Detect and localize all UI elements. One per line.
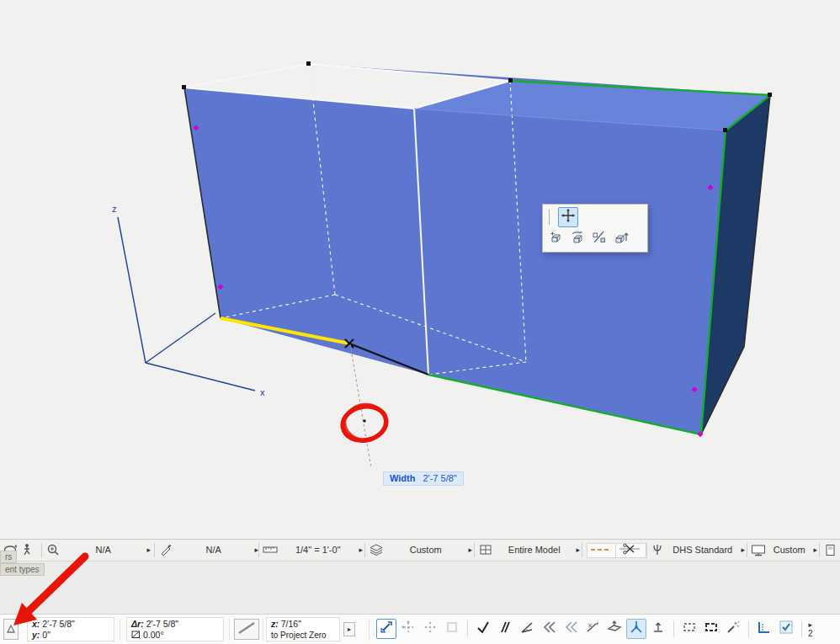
width-tooltip: Width2'-7 5/8" — [383, 471, 464, 486]
clipped-combo[interactable]: No — [822, 541, 840, 558]
xy-coordinate-box[interactable]: x:2'-7 5/8" y:0" — [27, 617, 114, 641]
document-icon — [822, 541, 839, 558]
onscreen-options-combo[interactable]: Custom ▸ — [750, 541, 817, 558]
dropdown-arrow-icon[interactable]: ▸ — [468, 546, 472, 554]
separator — [748, 620, 749, 637]
relative-coords-button[interactable] — [234, 619, 259, 640]
snap-shape-icon — [444, 620, 460, 638]
guide-lines-button[interactable] — [398, 619, 418, 639]
combo-value: Custom — [767, 545, 811, 555]
separator — [41, 543, 42, 557]
drafting-aid-button[interactable] — [376, 619, 396, 639]
multi-offset-chevrons-icon — [563, 620, 578, 638]
separator — [258, 543, 259, 557]
orange-dashes-icon — [589, 543, 611, 558]
rotate-element-button[interactable] — [568, 230, 587, 248]
drag-cube-icon — [548, 230, 563, 248]
marquee-button[interactable] — [679, 619, 699, 639]
quick-options-combo-1[interactable]: N/A ▸ — [45, 541, 151, 558]
palette-grip[interactable] — [549, 210, 551, 225]
dr-value[interactable]: 2'-7 5/8" — [146, 619, 178, 629]
z-value[interactable]: 7/16" — [281, 619, 301, 629]
x-label: x: — [32, 619, 40, 629]
separator — [154, 543, 155, 557]
parallel-constraint-button[interactable] — [495, 619, 515, 639]
angle-value[interactable]: 0.00° — [143, 630, 164, 640]
guide-leader — [350, 344, 371, 468]
scale-combo[interactable]: 1/4" = 1'-0" ▸ — [262, 541, 363, 558]
mirror-element-button[interactable] — [590, 230, 609, 248]
scene-svg: z x — [0, 0, 840, 539]
combo-value: N/A — [61, 545, 145, 555]
dropdown-arrow-icon[interactable]: ▸ — [576, 546, 580, 554]
stray-tab-2[interactable]: ent types — [0, 563, 45, 576]
overflow-arrow-icon[interactable]: ▸ — [809, 620, 813, 629]
tooltip-value: 2'-7 5/8" — [423, 473, 456, 483]
slab-box[interactable] — [182, 61, 772, 468]
perpendicular-constraint-button[interactable] — [473, 619, 493, 639]
z-label: z: — [271, 619, 279, 629]
elevate-element-button[interactable] — [612, 230, 630, 248]
toolbar-overflow[interactable]: ▸ 2 — [808, 620, 813, 638]
snap-dots-icon — [423, 620, 438, 638]
snap-points-button[interactable] — [420, 619, 440, 639]
corner-ruler-icon — [757, 620, 772, 638]
options-bar: N/A ▸ N/A ▸ 1/4" = 1'-0" ▸ Custom ▸ — [0, 540, 840, 562]
snap-arrow-icon — [585, 620, 600, 638]
pen-icon — [157, 541, 174, 558]
y-value[interactable]: 0" — [42, 630, 51, 640]
separator — [364, 543, 365, 557]
combo-value: Entire Model — [494, 545, 574, 555]
corner-ruler-button[interactable] — [754, 619, 774, 639]
special-snap-button[interactable] — [582, 619, 603, 639]
gravity-arrow-icon — [651, 620, 666, 638]
tracker-options-button[interactable] — [3, 619, 19, 640]
angle-bisector-button[interactable] — [517, 619, 537, 639]
dr-label: Δr: — [131, 619, 144, 629]
separator — [120, 619, 120, 641]
dropdown-arrow-icon[interactable]: ▸ — [741, 546, 745, 554]
right-arrow-icon: ▸ — [348, 625, 351, 633]
explore-walk-icon[interactable] — [19, 541, 35, 558]
structure-display-combo[interactable]: Entire Model ▸ — [477, 541, 580, 558]
3d-viewport[interactable]: z x — [0, 0, 840, 540]
dashed-line-swatch-button[interactable] — [587, 543, 617, 558]
separator — [467, 620, 468, 637]
editing-plane-button[interactable] — [626, 619, 646, 639]
tracker-bar: x:2'-7 5/8" y:0" Δr:2'-7 5/8" 0.00° z:7/… — [0, 614, 840, 644]
magic-wand-icon — [726, 620, 741, 638]
dropdown-arrow-icon[interactable]: ▸ — [146, 546, 151, 554]
drag-element-button[interactable] — [546, 230, 565, 248]
stray-tab-1[interactable]: rs — [0, 551, 17, 563]
confirm-check-button[interactable] — [776, 619, 796, 639]
snap-range-button[interactable] — [442, 619, 462, 639]
separator — [474, 543, 475, 557]
gravity-button[interactable] — [648, 619, 668, 639]
multiple-offset-button[interactable] — [561, 619, 581, 639]
quick-options-combo-2[interactable]: N/A ▸ — [157, 541, 258, 558]
separator — [673, 620, 674, 637]
z-coordinate-box[interactable]: z:7/16" to Project Zero — [266, 617, 340, 641]
cut-line-swatch-button[interactable] — [615, 543, 647, 558]
z-reference-expand-button[interactable]: ▸ — [343, 622, 355, 636]
magic-wand-button[interactable] — [723, 619, 743, 639]
offset-button[interactable] — [539, 619, 559, 639]
layer-combination-combo[interactable]: Custom ▸ — [368, 541, 472, 558]
dropdown-arrow-icon[interactable]: ▸ — [813, 546, 817, 554]
pen-set-combo[interactable]: DHS Standard ▸ — [649, 541, 745, 558]
x-value[interactable]: 2'-7 5/8" — [42, 619, 74, 629]
combo-value: DHS Standard — [666, 545, 739, 555]
pet-palette[interactable] — [542, 204, 648, 253]
editing-plane-axes-icon — [629, 620, 644, 638]
dropdown-arrow-icon[interactable]: ▸ — [359, 546, 363, 554]
polar-coordinate-box[interactable]: Δr:2'-7 5/8" 0.00° — [126, 617, 224, 641]
combo-value: Custom — [385, 545, 466, 555]
align-plane-button[interactable] — [604, 619, 625, 639]
rotate-cube-icon — [570, 230, 585, 248]
separator — [582, 543, 582, 557]
move-button[interactable] — [558, 207, 578, 227]
layers-icon — [368, 541, 385, 558]
model-grid-icon — [477, 541, 494, 558]
axis-z-label: z — [112, 204, 117, 214]
marquee-thick-button[interactable] — [701, 619, 721, 639]
